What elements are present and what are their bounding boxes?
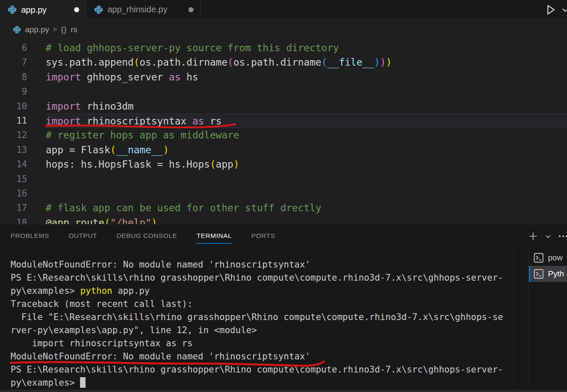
code-text: # register hops app as middleware xyxy=(46,128,567,142)
terminal-line-1: ModuleNotFoundError: No module named 'rh… xyxy=(11,258,517,271)
run-dropdown-chevron-icon[interactable] xyxy=(561,6,567,14)
text-segment: ) xyxy=(374,57,380,68)
text-segment: PS E:\Research\skills\rhino grasshopper\… xyxy=(11,273,503,283)
text-segment: ( xyxy=(110,144,116,155)
terminal-line-3: py\examples> python app.py xyxy=(11,284,517,298)
terminal-instance-list: powPyth xyxy=(529,250,567,282)
code-line-11[interactable]: 11import rhinoscriptsyntax as rs xyxy=(0,113,567,128)
code-line-8[interactable]: 8import ghhops_server as hs xyxy=(0,70,567,84)
code-line-7[interactable]: 7sys.path.append(os.path.dirname(os.path… xyxy=(0,55,567,69)
code-lines: 6# load ghhops-server-py source from thi… xyxy=(0,41,567,224)
panel-tab-output[interactable]: OUTPUT xyxy=(68,229,97,243)
more-actions-icon[interactable] xyxy=(558,231,567,242)
code-text: # load ghhops-server-py source from this… xyxy=(46,41,567,55)
terminal-line-10: py\examples> xyxy=(11,376,517,389)
line-number: 12 xyxy=(0,128,27,142)
code-text xyxy=(46,172,567,186)
code-line-17[interactable]: 17# flask app can be used for other stuf… xyxy=(0,201,567,215)
code-line-16[interactable]: 16 xyxy=(0,186,567,201)
text-segment: os.path.dirname xyxy=(140,57,228,68)
code-text: hops: hs.HopsFlask = hs.Hops(app) xyxy=(46,157,567,171)
text-segment: ) xyxy=(386,57,392,68)
text-segment: rver-py\examples\app.py", line 12, in <m… xyxy=(11,325,257,335)
code-line-13[interactable]: 13app = Flask(__name__) xyxy=(0,143,567,157)
panel-tab-ports[interactable]: PORTS xyxy=(251,229,275,243)
panel-tab-problems[interactable]: PROBLEMS xyxy=(10,229,50,243)
panel-tabs: PROBLEMSOUTPUTDEBUG CONSOLETERMINALPORTS xyxy=(10,229,276,243)
text-segment: import xyxy=(46,116,81,127)
line-number: 6 xyxy=(0,41,27,55)
text-segment: app.py xyxy=(112,286,150,296)
text-segment: ( xyxy=(104,217,110,224)
text-segment: sys.path.append xyxy=(46,57,134,68)
code-line-10[interactable]: 10import rhino3dm xyxy=(0,99,567,113)
line-number: 16 xyxy=(0,186,27,201)
panel-tab-terminal[interactable]: TERMINAL xyxy=(196,229,232,243)
code-line-12[interactable]: 12# register hops app as middleware xyxy=(0,128,567,142)
python-file-icon xyxy=(8,5,17,14)
unsaved-dot-icon[interactable] xyxy=(188,7,194,12)
terminal-instance-pyth[interactable]: Pyth xyxy=(529,266,567,282)
text-segment: # load ghhops-server-py source from this… xyxy=(46,42,339,53)
terminal-instance-label: Pyth xyxy=(548,269,564,279)
text-segment: PS E:\Research\skills\rhino grasshopper\… xyxy=(11,364,503,375)
code-text xyxy=(46,186,567,201)
editor-actions xyxy=(544,0,567,19)
terminal-lines: ModuleNotFoundError: No module named 'rh… xyxy=(11,258,517,389)
symbol-braces-icon: {} xyxy=(61,25,67,34)
terminal-line-5: File "E:\Research\skills\rhino grasshopp… xyxy=(11,311,517,324)
line-number: 9 xyxy=(0,84,27,99)
code-line-18[interactable]: 18@app.route("/help") xyxy=(0,215,567,224)
terminal-instance-pow[interactable]: pow xyxy=(529,250,567,266)
text-segment: python xyxy=(80,286,112,296)
breadcrumb-file[interactable]: app.py xyxy=(25,25,49,34)
line-number: 14 xyxy=(0,157,27,171)
line-number: 13 xyxy=(0,143,27,157)
code-line-6[interactable]: 6# load ghhops-server-py source from thi… xyxy=(0,41,567,55)
python-file-icon xyxy=(94,5,103,14)
tab-app-rhinside-py[interactable]: app_rhinside.py xyxy=(86,0,201,19)
text-segment: ( xyxy=(210,159,216,170)
text-segment: ( xyxy=(227,57,233,68)
text-segment: py\examples> xyxy=(11,286,80,296)
line-number: 15 xyxy=(0,172,27,186)
code-text: app = Flask(__name__) xyxy=(46,143,567,157)
breadcrumb-symbol[interactable]: rs xyxy=(71,25,77,34)
tab-label: app_rhinside.py xyxy=(108,5,167,14)
text-segment: @app.route xyxy=(46,217,104,224)
terminal-output[interactable]: ModuleNotFoundError: No module named 'rh… xyxy=(11,258,517,389)
text-segment: ( xyxy=(321,57,327,68)
terminal-profile-chevron-icon[interactable] xyxy=(545,233,552,240)
line-number: 10 xyxy=(0,99,27,113)
text-segment: app = Flask xyxy=(46,144,110,155)
terminal-line-6: rver-py\examples\app.py", line 12, in <m… xyxy=(11,324,517,337)
code-line-15[interactable]: 15 xyxy=(0,172,567,186)
text-segment: __file__ xyxy=(327,57,374,68)
text-segment: __name__ xyxy=(116,144,163,155)
text-segment: os.path.dirname xyxy=(233,57,321,68)
run-python-file-button[interactable] xyxy=(544,3,557,16)
text-segment: as xyxy=(192,116,204,127)
bottom-panel: PROBLEMSOUTPUTDEBUG CONSOLETERMINALPORTS… xyxy=(0,224,567,392)
line-number: 8 xyxy=(0,70,27,84)
breadcrumb: app.py > {} rs xyxy=(0,20,567,39)
terminal-sash[interactable] xyxy=(518,248,519,389)
code-text: sys.path.append(os.path.dirname(os.path.… xyxy=(46,55,567,69)
terminal-line-7: import rhinoscriptsyntax as rs xyxy=(11,337,517,350)
panel-tab-debug-console[interactable]: DEBUG CONSOLE xyxy=(116,229,177,243)
new-terminal-button[interactable] xyxy=(528,231,539,242)
editor-tab-bar: app.py app_rhinside.py xyxy=(0,0,567,19)
terminal-icon xyxy=(533,252,544,263)
tab-app-py[interactable]: app.py xyxy=(0,0,86,19)
code-editor[interactable]: 6# load ghhops-server-py source from thi… xyxy=(0,39,567,224)
code-line-9[interactable]: 9 xyxy=(0,84,567,99)
text-segment: as xyxy=(169,72,181,83)
text-segment: app xyxy=(216,159,234,170)
terminal-cursor xyxy=(80,377,86,388)
text-segment: # flask app can be used for other stuff … xyxy=(46,202,321,213)
terminal-icon xyxy=(533,268,544,279)
text-segment: import xyxy=(46,72,81,83)
terminal-line-9: PS E:\Research\skills\rhino grasshopper\… xyxy=(11,363,517,376)
unsaved-dot-icon[interactable] xyxy=(74,7,79,12)
code-line-14[interactable]: 14hops: hs.HopsFlask = hs.Hops(app) xyxy=(0,157,567,171)
